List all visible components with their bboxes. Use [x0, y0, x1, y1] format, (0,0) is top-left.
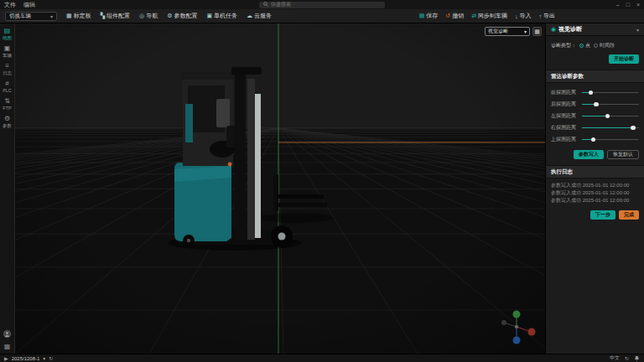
tool-calibration-board[interactable]: ▦ 标定板 [63, 11, 95, 21]
slider-knob[interactable] [631, 126, 636, 131]
slider-label: 右探测距离 [551, 124, 579, 132]
minimize-icon[interactable]: – [616, 2, 620, 8]
left-sidebar-rail: ▤ 地图 ▣ 车辆 ≡ 日志 # PLC ⇅ FTP ⚙ 参数 ▦ [0, 23, 15, 354]
menu-edit[interactable]: 编辑 [23, 1, 35, 9]
slider-label: 前探测距离 [551, 89, 579, 96]
app-window: 文件 编辑 快捷搜索 – □ × 切换车辆 ▾ ▦ 标定板 ▚ 组件配置 [0, 0, 644, 362]
next-step-button[interactable]: 下一步 [590, 210, 615, 220]
up-distance-slider[interactable] [582, 137, 639, 143]
diagnosis-type-row: 诊断类型： 点 时间段 [546, 36, 644, 49]
slider-knob[interactable] [594, 102, 599, 107]
slider-fill [582, 127, 633, 129]
status-dot-icon: ◉ [551, 26, 556, 33]
export-button[interactable]: ↑ 导出 [539, 12, 556, 20]
scene-svg [15, 23, 545, 354]
toolbar-actions: ▤ 保存 ↺ 撤销 ⇄ 同步到车辆 ↓ 导入 ↑ 导出 [419, 12, 555, 20]
slider-label: 后探测距离 [551, 101, 579, 108]
scene-name[interactable]: 2025/1208-1 [12, 356, 40, 361]
tool-navigation[interactable]: ◎ 导航 [136, 11, 161, 21]
refresh-icon[interactable]: ↻ [49, 355, 53, 361]
toolbar-tools: ▦ 标定板 ▚ 组件配置 ◎ 导航 ⚙ 参数配置 ▣ 单机任务 ☁ 云服务 [63, 11, 275, 21]
radio-point[interactable]: 点 [579, 42, 590, 49]
slider-fill [582, 116, 608, 117]
radar-sliders: 前探测距离 后探测距离 左探测距离 [546, 83, 644, 143]
radio-timerange[interactable]: 时间段 [594, 42, 615, 49]
collapse-icon[interactable]: ▾ [636, 27, 639, 33]
log-entry: 参数写入成功 2025-01-01 12:00:00 [551, 182, 639, 189]
component-icon: ▚ [101, 13, 105, 19]
write-params-button[interactable]: 参数写入 [574, 150, 604, 159]
apps-grid-icon[interactable]: ▦ [4, 343, 11, 350]
menu-file[interactable]: 文件 [4, 1, 16, 9]
sidebar-item-log[interactable]: ≡ 日志 [0, 63, 14, 75]
grid-icon: ▦ [534, 28, 540, 35]
bell-icon[interactable] [634, 355, 640, 362]
user-avatar[interactable] [3, 330, 11, 338]
play-icon[interactable]: ▶ [4, 355, 8, 361]
slider-label: 上探测距离 [551, 136, 579, 143]
search-placeholder: 快捷搜索 [271, 1, 291, 8]
sidebar-item-ftp[interactable]: ⇅ FTP [0, 98, 14, 111]
maximize-icon[interactable]: □ [626, 2, 630, 8]
export-icon: ↑ [539, 13, 543, 19]
radio-label: 时间段 [600, 42, 615, 49]
slider-row-rear: 后探测距离 [551, 101, 639, 108]
front-distance-slider[interactable] [582, 90, 639, 96]
rear-distance-slider[interactable] [582, 101, 639, 108]
diagnosis-type-label: 诊断类型： [551, 42, 576, 49]
undo-button[interactable]: ↺ 撤销 [445, 12, 464, 20]
close-icon[interactable]: × [636, 2, 640, 8]
chevron-down-icon: ▾ [524, 28, 527, 34]
tool-cloud-service[interactable]: ☁ 云服务 [243, 11, 275, 21]
diagnosis-mode-select[interactable]: 视觉诊断 ▾ [485, 27, 530, 36]
statusbar-right: 中文 ↻ [610, 354, 640, 362]
radio-icon [579, 44, 584, 48]
rail-label: PLC [3, 88, 12, 93]
sidebar-item-plc[interactable]: # PLC [0, 80, 14, 93]
radio-icon [594, 44, 598, 48]
vehicle-switch-label: 切换车辆 [9, 13, 31, 20]
rail-label: 参数 [3, 123, 12, 128]
tool-param-config[interactable]: ⚙ 参数配置 [164, 11, 200, 21]
finish-button[interactable]: 完成 [619, 210, 639, 220]
tool-component-config[interactable]: ▚ 组件配置 [97, 11, 133, 21]
tool-standalone-task[interactable]: ▣ 单机任务 [203, 11, 241, 21]
quick-search-input[interactable]: 快捷搜索 [259, 2, 385, 8]
radar-params-section-title: 雷达诊断参数 [546, 70, 644, 83]
tool-label: 组件配置 [106, 12, 130, 20]
map-icon: ▤ [4, 28, 11, 34]
save-button[interactable]: ▤ 保存 [419, 12, 439, 20]
sync-to-vehicle-button[interactable]: ⇄ 同步到车辆 [471, 12, 507, 20]
slider-row-left: 左探测距离 [551, 112, 639, 120]
slider-knob[interactable] [591, 137, 596, 142]
start-diagnosis-button[interactable]: 开始诊断 [609, 54, 639, 64]
undo-icon: ↺ [445, 13, 450, 19]
mode-select-value: 视觉诊断 [488, 28, 508, 35]
viewport-3d[interactable]: 视觉诊断 ▾ ▦ [15, 23, 545, 354]
language-toggle[interactable]: 中文 [610, 354, 620, 362]
log-entry: 参数写入成功 2025-01-01 12:00:00 [551, 197, 639, 204]
vehicle-switch-select[interactable]: 切换车辆 ▾ [5, 12, 57, 21]
sidebar-item-vehicle[interactable]: ▣ 车辆 [0, 45, 14, 58]
log-icon: ≡ [5, 63, 9, 70]
tool-label: 云服务 [254, 12, 272, 20]
action-label: 同步到车辆 [478, 12, 507, 20]
layout-grid-button[interactable]: ▦ [532, 27, 542, 36]
slider-knob[interactable] [605, 114, 610, 119]
left-distance-slider[interactable] [582, 113, 639, 120]
slider-knob[interactable] [589, 90, 594, 96]
sidebar-item-map[interactable]: ▤ 地图 [0, 28, 14, 40]
canvas-mode-bar: 视觉诊断 ▾ ▦ [485, 27, 542, 36]
import-icon: ↓ [515, 13, 518, 19]
sidebar-item-params[interactable]: ⚙ 参数 [0, 116, 14, 128]
sync-status-icon[interactable]: ↻ [625, 355, 629, 361]
gear-icon: ⚙ [4, 116, 10, 122]
sync-icon: ⇄ [471, 13, 476, 19]
chevron-down-icon[interactable]: ▾ [43, 355, 45, 361]
import-button[interactable]: ↓ 导入 [515, 12, 532, 20]
right-distance-slider[interactable] [582, 125, 639, 132]
statusbar: ▶ 2025/1208-1 ▾ ↻ 中文 ↻ [0, 354, 644, 362]
reset-defaults-button[interactable]: 恢复默认 [607, 150, 639, 159]
rail-label: 车辆 [3, 53, 12, 58]
target-icon: ◎ [139, 13, 144, 19]
